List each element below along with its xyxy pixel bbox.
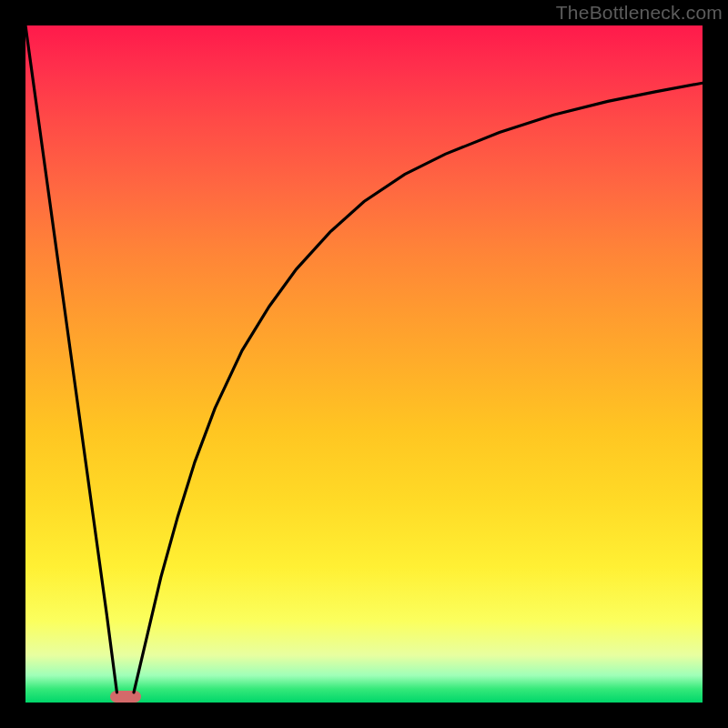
watermark-text: TheBottleneck.com <box>556 2 723 24</box>
plot-area <box>25 25 703 703</box>
chart-frame: TheBottleneck.com <box>0 0 728 728</box>
bottleneck-curve <box>25 25 703 703</box>
